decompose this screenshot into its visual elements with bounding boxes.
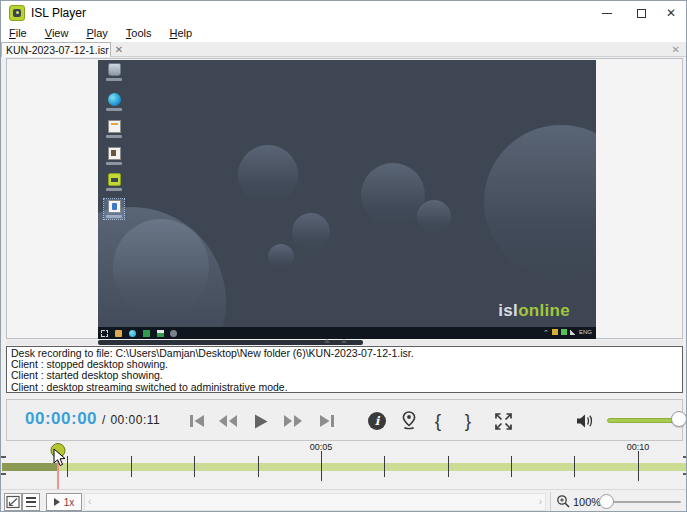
- timeline-tick-label: 00:05: [310, 442, 333, 452]
- menu-tools[interactable]: Tools: [117, 26, 161, 41]
- timeline-tick: [574, 456, 575, 477]
- tray-icon: [561, 329, 567, 335]
- volume-slider-track[interactable]: [607, 418, 681, 423]
- desktop-icon-document[interactable]: [104, 120, 124, 138]
- fullscreen-button[interactable]: [490, 409, 516, 433]
- timeline-tick: [638, 451, 639, 481]
- timeline-tick: [448, 456, 449, 477]
- timeline-tick: [321, 451, 322, 481]
- play-button[interactable]: [248, 411, 274, 431]
- location-marker-button[interactable]: [396, 409, 422, 433]
- timeline[interactable]: 00:0500:10: [1, 442, 687, 489]
- video-hscrollbar[interactable]: [6, 340, 683, 345]
- tab-close-icon[interactable]: ✕: [115, 45, 123, 55]
- window-title: ISL Player: [31, 6, 86, 20]
- wallpaper-bubble: [292, 213, 330, 251]
- file-icon: [108, 200, 121, 213]
- maximize-button[interactable]: [624, 1, 658, 25]
- rewind-button[interactable]: [215, 411, 241, 431]
- location-pin-icon: [400, 411, 418, 431]
- timeline-playhead[interactable]: [51, 443, 66, 458]
- timeline-tick: [384, 456, 385, 477]
- fit-to-window-button[interactable]: [4, 493, 22, 511]
- rewind-icon: [218, 413, 238, 429]
- zoom-magnifier-icon: [556, 494, 571, 509]
- list-icon: [26, 497, 36, 507]
- maximize-icon: [637, 9, 646, 18]
- timeline-track[interactable]: [2, 463, 687, 471]
- tab-bar: KUN-2023-07-12-1.isr ✕ ✕: [1, 42, 686, 57]
- desktop-icon-edge[interactable]: [104, 93, 124, 111]
- content-area: islonline ⌃ ENG: [1, 57, 686, 512]
- desktop-icon-document-2[interactable]: [104, 147, 124, 165]
- volume-mute-button[interactable]: [572, 409, 598, 433]
- fast-forward-button[interactable]: [280, 411, 306, 431]
- edge-icon: [108, 93, 121, 106]
- document-icon: [108, 120, 121, 133]
- tray-caret-icon: ⌃: [543, 329, 549, 336]
- info-button[interactable]: i: [364, 409, 390, 433]
- tab-bar-close-icon[interactable]: ✕: [672, 44, 680, 55]
- timeline-tick: [258, 456, 259, 477]
- network-icon: [570, 329, 576, 335]
- total-time: 00:00:11: [110, 413, 160, 427]
- log-line: Client : started desktop showing.: [11, 370, 678, 381]
- desktop-icon-selected-file[interactable]: [104, 199, 124, 219]
- menu-file[interactable]: File: [1, 26, 36, 41]
- skip-to-start-icon: [189, 413, 206, 429]
- current-time: 00:00:00: [25, 409, 97, 429]
- timeline-scrollbar[interactable]: ‹ ›: [84, 493, 546, 511]
- set-start-marker-button[interactable]: {: [425, 409, 451, 433]
- scroll-right-icon[interactable]: ›: [539, 496, 542, 507]
- scroll-left-icon[interactable]: ‹: [88, 496, 91, 507]
- playback-controls-panel: 00:00:00 / 00:00:11 i: [6, 399, 683, 441]
- desktop-icon-recycle-bin[interactable]: [104, 63, 124, 81]
- document-icon: [108, 147, 121, 160]
- info-icon: i: [368, 412, 386, 430]
- menu-play[interactable]: Play: [77, 26, 116, 41]
- wallpaper-bubble: [268, 244, 294, 270]
- start-icon: [101, 330, 108, 337]
- playback-speed-button[interactable]: 1x: [46, 493, 82, 511]
- app-icon-green: [143, 330, 150, 337]
- timeline-edge-mark: [683, 473, 687, 475]
- speaker-icon: [575, 412, 595, 430]
- menu-help[interactable]: Help: [161, 26, 202, 41]
- fit-to-window-icon: [6, 495, 20, 509]
- isl-player-window: ISL Player ✕ FileViewPlayToolsHelp KUN-2…: [0, 0, 687, 512]
- zoom-slider-knob[interactable]: [599, 494, 614, 509]
- app-icon-gray: [170, 330, 177, 337]
- set-end-marker-button[interactable]: }: [455, 409, 481, 433]
- tab-label: KUN-2023-07-12-1.isr: [6, 44, 109, 56]
- skip-to-end-button[interactable]: [313, 411, 339, 431]
- close-icon: ✕: [666, 7, 676, 19]
- tray-language: ENG: [579, 329, 592, 335]
- wallpaper-bubble: [238, 145, 298, 205]
- skip-to-start-button[interactable]: [184, 411, 210, 431]
- tab-recording[interactable]: KUN-2023-07-12-1.isr ✕: [1, 42, 111, 57]
- minimize-icon: [602, 13, 612, 14]
- time-separator: /: [102, 413, 105, 427]
- timeline-edge-mark: [1, 456, 6, 458]
- hscroll-mark-icon: [324, 339, 330, 343]
- minimize-button[interactable]: [590, 1, 624, 25]
- wallpaper-bubble: [361, 163, 425, 227]
- desktop-icon-isl-light[interactable]: [104, 173, 124, 191]
- islonline-logo: islonline: [498, 301, 570, 321]
- close-brace-icon: }: [465, 410, 471, 432]
- timeline-tick: [67, 456, 68, 477]
- open-brace-icon: {: [435, 410, 441, 432]
- event-list-button[interactable]: [22, 493, 40, 511]
- menu-view[interactable]: View: [36, 26, 78, 41]
- edge-taskbar-icon: [129, 330, 136, 337]
- tray-icon: [552, 329, 558, 335]
- fullscreen-icon: [494, 412, 513, 431]
- event-log-panel[interactable]: Desk recording to file: C:\Users\Damjan\…: [6, 346, 683, 393]
- wallpaper-bubble: [98, 207, 226, 339]
- volume-slider-knob[interactable]: [671, 411, 687, 427]
- timeline-tick: [194, 456, 195, 477]
- log-line: Client : desktop streaming switched to a…: [11, 382, 678, 393]
- menu-bar: FileViewPlayToolsHelp: [1, 25, 686, 42]
- video-viewport[interactable]: islonline ⌃ ENG: [6, 58, 683, 339]
- close-button[interactable]: ✕: [654, 1, 687, 25]
